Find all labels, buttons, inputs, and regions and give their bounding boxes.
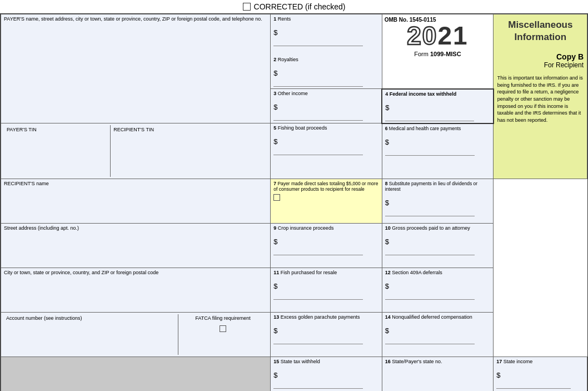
- section409a-dollar: $: [385, 282, 490, 290]
- excess-golden-label: 13 Excess golden parachute payments: [273, 314, 378, 320]
- state-payer-label: 16 State/Payer's state no.: [385, 359, 490, 364]
- direct-sales-checkbox[interactable]: [273, 194, 280, 201]
- federal-tax-cell: 4 Federal income tax withheld $: [382, 89, 493, 123]
- crop-dollar: $: [273, 237, 378, 246]
- medical-value[interactable]: [385, 148, 475, 156]
- state-tax-label: 15 State tax withheld: [273, 359, 378, 364]
- row-street-crop: Street address (including apt. no.) 9 Cr…: [1, 224, 587, 268]
- state-tax-dollar1: $: [273, 371, 378, 379]
- street-address-cell: Street address (including apt. no.): [1, 224, 271, 268]
- year-solid: 21: [437, 21, 468, 50]
- row-payer-rents: PAYER'S name, street address, city or to…: [1, 14, 587, 89]
- payer-name-label: PAYER'S name, street address, city or to…: [4, 16, 267, 22]
- row-account-excess: Account number (see instructions) FATCA …: [1, 313, 587, 357]
- direct-sales-label: 7 Payer made direct sales totaling $5,00…: [273, 181, 378, 192]
- form-page: CORRECTED (if checked) PAYER'S name, str…: [0, 0, 588, 391]
- recipient-name-cell: RECIPIENT'S name: [1, 179, 271, 224]
- fishing-dollar: $: [273, 137, 378, 146]
- recipient-name-label: RECIPIENT'S name: [4, 181, 267, 186]
- other-income-label: 3 Other income: [273, 91, 378, 96]
- account-num-label: Account number (see instructions): [6, 315, 176, 321]
- nonqualified-dollar: $: [385, 326, 490, 335]
- important-text: This is important tax information and is…: [497, 75, 584, 123]
- fishing-value[interactable]: [273, 147, 363, 155]
- excess-golden-cell: 13 Excess golden parachute payments $: [271, 313, 382, 357]
- fish-resale-value[interactable]: [273, 292, 363, 300]
- federal-tax-value[interactable]: [385, 113, 474, 121]
- rents-label: 1 Rents: [273, 16, 378, 22]
- gross-proceeds-cell: 10 Gross proceeds paid to an attorney $: [382, 224, 493, 268]
- direct-sales-cell: 7 Payer made direct sales totaling $5,00…: [271, 179, 382, 224]
- excess-golden-dollar: $: [273, 326, 378, 335]
- form-main: PAYER'S name, street address, city or to…: [0, 13, 588, 391]
- payer-tin-label: PAYER'S TIN: [7, 127, 107, 132]
- royalties-value[interactable]: [273, 79, 363, 87]
- fatca-checkbox[interactable]: [220, 325, 226, 332]
- other-income-dollar: $: [273, 103, 378, 111]
- rents-cell: 1 Rents $ 2 Royalties $: [271, 14, 382, 89]
- gross-proceeds-dollar: $: [385, 237, 490, 246]
- fatca-label: FATCA filing requirement: [181, 315, 265, 321]
- substitute-value[interactable]: [385, 209, 475, 216]
- nonqualified-value[interactable]: [385, 336, 475, 344]
- form-table: PAYER'S name, street address, city or to…: [1, 14, 587, 391]
- royalties-label: 2 Royalties: [273, 57, 378, 62]
- state-income-dollar1: $: [496, 371, 584, 379]
- city-label: City or town, state or province, country…: [4, 270, 267, 275]
- city-cell: City or town, state or province, country…: [1, 268, 271, 313]
- medical-dollar: $: [385, 138, 490, 146]
- corrected-checkbox[interactable]: [243, 3, 251, 11]
- section409a-value[interactable]: [385, 292, 475, 300]
- state-income-value1[interactable]: [496, 381, 571, 389]
- row-state: 15 State tax withheld $ $ 16 State/Payer…: [1, 357, 587, 392]
- rents-dollar: $: [273, 28, 378, 37]
- excess-golden-value[interactable]: [273, 336, 363, 344]
- gross-proceeds-value[interactable]: [385, 248, 475, 255]
- fish-resale-label: 11 Fish purchased for resale: [273, 270, 378, 275]
- copyb-sub: For Recipient: [497, 61, 584, 69]
- fatca-inner: FATCA filing requirement: [178, 314, 267, 355]
- state-income-label: 17 State income: [496, 359, 584, 364]
- recipient-tin-inner: RECIPIENT'S TIN: [111, 125, 267, 177]
- federal-tax-dollar: $: [385, 103, 490, 112]
- section409a-cell: 12 Section 409A deferrals $: [382, 268, 493, 313]
- substitute-dollar: $: [385, 199, 490, 207]
- account-num-inner: Account number (see instructions): [4, 314, 178, 355]
- gross-proceeds-label: 10 Gross proceeds paid to an attorney: [385, 225, 490, 231]
- fish-resale-cell: 11 Fish purchased for resale $: [271, 268, 382, 313]
- form-name-display: Form 1099-MISC: [385, 51, 491, 57]
- medical-cell: 6 Medical and health care payments $: [382, 123, 493, 179]
- other-income-cell: 3 Other income $: [271, 89, 382, 123]
- copyb-title: Copy B: [497, 52, 584, 61]
- nonqualified-label: 14 Nonqualified deferred compensation: [385, 314, 490, 320]
- crop-value[interactable]: [273, 248, 363, 255]
- row-city-fish: City or town, state or province, country…: [1, 268, 587, 313]
- fishing-label: 5 Fishing boat proceeds: [273, 125, 378, 131]
- payer-name-cell: PAYER'S name, street address, city or to…: [1, 14, 271, 123]
- state-payer-cell: 16 State/Payer's state no.: [382, 357, 493, 392]
- section409a-label: 12 Section 409A deferrals: [385, 270, 490, 275]
- omb-cell: OMB No. 1545-0115 2021 Form 1099-MISC: [382, 14, 493, 89]
- year-outline: 20: [407, 21, 437, 50]
- state-tax-cell: 15 State tax withheld $ $: [271, 357, 382, 392]
- crop-label: 9 Crop insurance proceeds: [273, 225, 378, 231]
- state-gray-cell: [1, 357, 271, 392]
- recipient-tin-label: RECIPIENT'S TIN: [113, 127, 265, 132]
- federal-tax-label: 4 Federal income tax withheld: [385, 91, 490, 97]
- corrected-label: CORRECTED (if checked): [254, 2, 346, 11]
- rents-value[interactable]: [273, 38, 363, 46]
- misc-info-cell: Miscellaneous Information Copy B For Rec…: [494, 14, 587, 179]
- state-tax-value1[interactable]: [273, 381, 363, 389]
- other-income-value[interactable]: [273, 113, 363, 121]
- account-fatca-cell: Account number (see instructions) FATCA …: [1, 313, 271, 357]
- substitute-label: 8 Substitute payments in lieu of dividen…: [385, 181, 490, 192]
- crop-cell: 9 Crop insurance proceeds $: [271, 224, 382, 268]
- form-header: CORRECTED (if checked): [0, 0, 588, 13]
- row-recipient-direct: RECIPIENT'S name 7 Payer made direct sal…: [1, 179, 587, 224]
- nonqualified-cell: 14 Nonqualified deferred compensation $: [382, 313, 493, 357]
- payer-tin-cell: PAYER'S TIN RECIPIENT'S TIN: [1, 123, 271, 179]
- fish-resale-dollar: $: [273, 282, 378, 290]
- royalties-dollar: $: [273, 69, 378, 77]
- year-display: 2021: [385, 23, 491, 48]
- substitute-cell: 8 Substitute payments in lieu of dividen…: [382, 179, 493, 224]
